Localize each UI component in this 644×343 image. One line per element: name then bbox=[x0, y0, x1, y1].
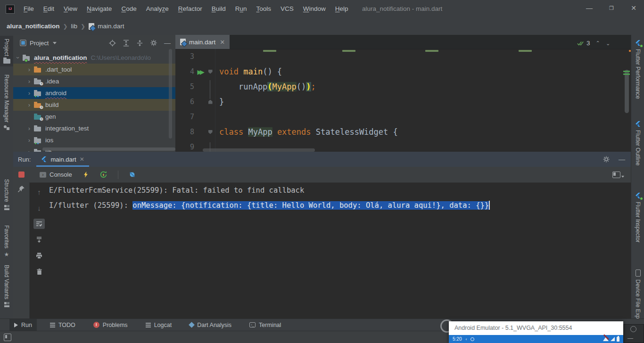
code-text[interactable]: } bbox=[215, 94, 631, 109]
code-text[interactable] bbox=[215, 109, 631, 124]
menu-help[interactable]: Help bbox=[330, 5, 353, 12]
run-line-icon[interactable]: ▶▶ bbox=[194, 68, 206, 75]
flutter-hot-reload-icon[interactable] bbox=[83, 171, 89, 178]
close-window-icon[interactable]: ✕ bbox=[623, 0, 644, 17]
layout-settings-icon[interactable] bbox=[612, 172, 620, 178]
chevron-collapsed-icon[interactable]: › bbox=[25, 148, 34, 152]
editor-tab-main-dart[interactable]: main.dart ✕ bbox=[175, 35, 230, 49]
stop-process-button[interactable] bbox=[18, 172, 25, 178]
fold-marker-icon[interactable] bbox=[208, 70, 213, 74]
toolwindow-tab-dart-analysis[interactable]: Dart Analysis bbox=[185, 319, 236, 331]
code-text[interactable]: void main() { bbox=[215, 64, 631, 79]
locate-file-icon[interactable] bbox=[109, 40, 116, 47]
scroll-to-end-icon[interactable] bbox=[33, 235, 45, 245]
code-line[interactable]: 4▶▶void main() { bbox=[175, 64, 631, 79]
menu-run[interactable]: Run bbox=[231, 5, 252, 12]
emulator-rotate-icon[interactable] bbox=[630, 326, 636, 332]
print-icon[interactable] bbox=[33, 251, 45, 261]
chevron-collapsed-icon[interactable]: › bbox=[25, 90, 34, 97]
tree-row-ios[interactable]: ›ios bbox=[13, 134, 175, 146]
stripe-button-flutter-outline[interactable]: Flutter Outline bbox=[631, 118, 644, 168]
hide-panel-icon[interactable]: — bbox=[164, 39, 171, 47]
toolwindow-tab-terminal[interactable]: ›_Terminal bbox=[245, 319, 286, 331]
soft-wrap-icon[interactable] bbox=[33, 219, 45, 229]
emulator-side-toolbar[interactable]: — bbox=[623, 324, 644, 343]
tree-row-dart_tool[interactable]: ›.dart_tool bbox=[13, 64, 175, 75]
code-line[interactable]: 5 runApp(MyApp()); bbox=[175, 79, 631, 94]
inspections-widget[interactable]: 3 ⌃ ⌃ bbox=[577, 40, 610, 47]
menu-edit[interactable]: Edit bbox=[39, 5, 59, 12]
tree-row-build[interactable]: ›⚙build bbox=[13, 99, 175, 111]
menu-vcs[interactable]: VCS bbox=[276, 5, 298, 12]
editor-horizontal-scrollbar[interactable] bbox=[203, 148, 315, 152]
code-text[interactable]: class MyApp extends StatelessWidget { bbox=[215, 124, 631, 139]
clear-all-icon[interactable] bbox=[33, 267, 45, 277]
console-output[interactable]: E/FlutterFcmService(25599): Fatal: faile… bbox=[49, 183, 631, 318]
flutter-hot-restart-icon[interactable] bbox=[99, 171, 107, 179]
breadcrumb-dir[interactable]: lib bbox=[71, 23, 78, 30]
menu-build[interactable]: Build bbox=[207, 5, 231, 12]
menu-code[interactable]: Code bbox=[116, 5, 141, 12]
chevron-collapsed-icon[interactable]: › bbox=[25, 66, 34, 73]
project-vertical-scrollbar[interactable] bbox=[169, 49, 172, 139]
project-horizontal-scrollbar[interactable] bbox=[42, 147, 175, 151]
code-line[interactable]: 6} bbox=[175, 94, 631, 109]
stripe-button-favorites[interactable]: Favorites★ bbox=[0, 222, 13, 261]
chevron-collapsed-icon[interactable]: › bbox=[25, 101, 34, 108]
breadcrumb-project[interactable]: alura_notification bbox=[7, 23, 60, 30]
chevron-expanded-icon[interactable]: › bbox=[15, 53, 22, 63]
tool-window-switcher-icon[interactable] bbox=[4, 334, 11, 341]
restore-window-icon[interactable]: ❐ bbox=[601, 0, 622, 17]
next-problem-icon[interactable]: ⌃ bbox=[606, 40, 610, 46]
fold-marker-icon[interactable] bbox=[208, 100, 213, 104]
prev-occurrence-icon[interactable]: ↑ bbox=[33, 187, 45, 197]
tree-row-gen[interactable]: ⚙gen bbox=[13, 111, 175, 122]
stripe-button-structure[interactable]: Structure bbox=[0, 176, 13, 213]
tree-row-integration_test[interactable]: ›integration_test bbox=[13, 122, 175, 134]
chevron-collapsed-icon[interactable]: › bbox=[25, 125, 34, 132]
stripe-button-flutter-performance[interactable]: Flutter Performance bbox=[631, 37, 644, 102]
tree-row-idea[interactable]: ›⚙.idea bbox=[13, 75, 175, 87]
run-tab-main-dart[interactable]: main.dart ✕ bbox=[36, 152, 89, 167]
menu-refactor[interactable]: Refactor bbox=[173, 5, 207, 12]
breadcrumb-file[interactable]: main.dart bbox=[98, 23, 124, 30]
editor-scrollbar-thumb[interactable] bbox=[625, 70, 629, 113]
code-text[interactable] bbox=[215, 49, 631, 64]
editor[interactable]: main.dart ✕ 34▶▶void main() {5 runApp(My… bbox=[175, 35, 631, 152]
stripe-button-flutter-inspector[interactable]: Flutter Inspector bbox=[631, 189, 644, 245]
menu-window[interactable]: Window bbox=[298, 5, 330, 12]
menu-file[interactable]: File bbox=[19, 5, 39, 12]
project-view-selector[interactable]: Project bbox=[20, 40, 57, 47]
menu-analyze[interactable]: Analyze bbox=[141, 5, 173, 12]
menu-navigate[interactable]: Navigate bbox=[82, 5, 116, 12]
collapse-all-icon[interactable] bbox=[136, 40, 143, 47]
close-tab-icon[interactable]: ✕ bbox=[220, 39, 225, 46]
code-line[interactable]: 3 bbox=[175, 49, 631, 64]
chevron-collapsed-icon[interactable]: › bbox=[25, 78, 34, 85]
stripe-button-resource-manager[interactable]: Resource Manager bbox=[0, 72, 13, 133]
code-text[interactable]: runApp(MyApp()); bbox=[215, 79, 631, 94]
code-line[interactable]: 7 bbox=[175, 109, 631, 124]
toolwindow-tab-problems[interactable]: !Problems bbox=[89, 319, 132, 331]
toolwindow-tab-todo[interactable]: TODO bbox=[45, 319, 80, 331]
gear-icon[interactable] bbox=[150, 39, 157, 47]
code-area[interactable]: 34▶▶void main() {5 runApp(MyApp());6}78c… bbox=[175, 49, 631, 152]
next-occurrence-icon[interactable]: ↓ bbox=[33, 203, 45, 213]
minimize-window-icon[interactable]: — bbox=[578, 0, 600, 17]
menu-view[interactable]: View bbox=[59, 5, 82, 12]
close-tab-icon[interactable]: ✕ bbox=[80, 156, 84, 163]
stripe-button-project[interactable]: Project bbox=[0, 36, 13, 66]
dart-devtools-icon[interactable] bbox=[129, 171, 136, 178]
toolwindow-tab-logcat[interactable]: Logcat bbox=[141, 319, 177, 331]
pin-tab-icon[interactable] bbox=[17, 185, 25, 193]
chevron-collapsed-icon[interactable]: › bbox=[25, 137, 34, 144]
toolwindow-tab-run[interactable]: Run bbox=[9, 319, 37, 331]
tree-row-android[interactable]: ›android bbox=[13, 87, 175, 99]
menu-tools[interactable]: Tools bbox=[252, 5, 276, 12]
stripe-button-build-variants[interactable]: Build Variants bbox=[0, 262, 13, 310]
console-tab[interactable]: › Console bbox=[40, 171, 72, 178]
previous-problem-icon[interactable]: ⌃ bbox=[596, 40, 600, 46]
tree-row-root[interactable]: ›alura_notificationC:\Users\Leonardo\lo bbox=[13, 52, 175, 64]
code-line[interactable]: 8class MyApp extends StatelessWidget { bbox=[175, 124, 631, 139]
expand-all-icon[interactable] bbox=[123, 40, 130, 47]
